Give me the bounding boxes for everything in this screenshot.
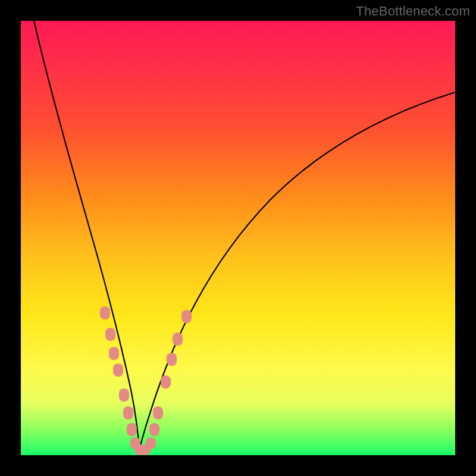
plot-area bbox=[21, 21, 455, 455]
watermark-text: TheBottleneck.com bbox=[356, 4, 470, 19]
marker-dot bbox=[153, 406, 163, 419]
marker-dot bbox=[161, 375, 171, 389]
curve-left-branch bbox=[34, 21, 139, 449]
curve-right-branch bbox=[139, 92, 455, 449]
marker-dot bbox=[119, 389, 129, 402]
marker-dot bbox=[105, 328, 115, 341]
marker-dot bbox=[113, 364, 123, 377]
marker-dot bbox=[173, 333, 183, 346]
marker-dot bbox=[123, 406, 133, 419]
chart-frame: TheBottleneck.com bbox=[0, 0, 476, 476]
marker-group bbox=[100, 306, 192, 455]
curve-svg bbox=[21, 21, 455, 455]
marker-dot bbox=[149, 423, 159, 436]
marker-dot bbox=[167, 353, 177, 366]
marker-dot bbox=[146, 437, 156, 449]
marker-dot bbox=[127, 423, 137, 436]
marker-dot bbox=[109, 347, 119, 360]
marker-dot bbox=[181, 310, 192, 323]
marker-dot bbox=[100, 306, 110, 320]
